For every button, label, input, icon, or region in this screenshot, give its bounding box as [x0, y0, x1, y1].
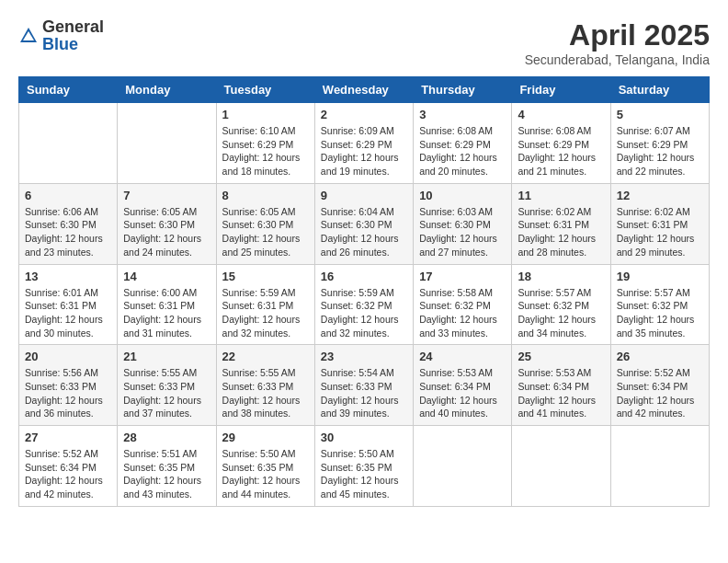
day-number: 27 [25, 431, 111, 444]
daylight: Daylight: 12 hours and 34 minutes. [518, 314, 596, 339]
sunset: Sunset: 6:29 PM [222, 139, 294, 150]
logo-text: General Blue [42, 18, 104, 53]
daylight: Daylight: 12 hours and 39 minutes. [321, 395, 399, 419]
calendar-cell: 27Sunrise: 5:52 AMSunset: 6:34 PMDayligh… [19, 426, 118, 507]
calendar-cell: 8Sunrise: 6:05 AMSunset: 6:30 PMDaylight… [216, 183, 314, 264]
sunrise: Sunrise: 6:06 AM [25, 206, 98, 217]
day-info: Sunrise: 6:07 AMSunset: 6:29 PMDaylight:… [617, 124, 703, 178]
day-number: 30 [321, 431, 407, 444]
sunrise: Sunrise: 6:07 AM [617, 125, 690, 136]
daylight: Daylight: 12 hours and 29 minutes. [617, 233, 695, 258]
calendar-cell: 11Sunrise: 6:02 AMSunset: 6:31 PMDayligh… [512, 183, 610, 264]
sunset: Sunset: 6:29 PM [321, 139, 392, 150]
calendar-week-row: 27Sunrise: 5:52 AMSunset: 6:34 PMDayligh… [19, 426, 710, 507]
day-info: Sunrise: 6:03 AMSunset: 6:30 PMDaylight:… [419, 205, 506, 259]
sunset: Sunset: 6:34 PM [25, 462, 97, 473]
day-number: 14 [123, 270, 210, 283]
weekday-header-tuesday: Tuesday [216, 77, 314, 103]
sunset: Sunset: 6:33 PM [222, 381, 294, 392]
calendar-cell: 13Sunrise: 6:01 AMSunset: 6:31 PMDayligh… [19, 264, 118, 345]
daylight: Daylight: 12 hours and 35 minutes. [617, 314, 695, 339]
daylight: Daylight: 12 hours and 36 minutes. [25, 395, 103, 419]
day-info: Sunrise: 5:50 AMSunset: 6:35 PMDaylight:… [222, 447, 309, 501]
calendar-week-row: 13Sunrise: 6:01 AMSunset: 6:31 PMDayligh… [19, 264, 710, 345]
calendar-cell: 17Sunrise: 5:58 AMSunset: 6:32 PMDayligh… [414, 264, 512, 345]
calendar-cell: 6Sunrise: 6:06 AMSunset: 6:30 PMDaylight… [19, 183, 118, 264]
daylight: Daylight: 12 hours and 19 minutes. [321, 152, 399, 177]
weekday-header-friday: Friday [512, 77, 610, 103]
day-info: Sunrise: 5:57 AMSunset: 6:32 PMDaylight:… [617, 286, 703, 340]
day-number: 17 [419, 270, 506, 283]
sunset: Sunset: 6:31 PM [222, 300, 294, 311]
sunset: Sunset: 6:34 PM [617, 381, 688, 392]
sunrise: Sunrise: 5:57 AM [617, 287, 690, 298]
sunset: Sunset: 6:35 PM [321, 462, 392, 473]
sunrise: Sunrise: 6:04 AM [321, 206, 394, 217]
day-info: Sunrise: 5:55 AMSunset: 6:33 PMDaylight:… [222, 366, 309, 420]
day-number: 22 [222, 350, 309, 363]
daylight: Daylight: 12 hours and 21 minutes. [518, 152, 596, 177]
sunset: Sunset: 6:33 PM [321, 381, 392, 392]
sunrise: Sunrise: 5:50 AM [321, 448, 394, 459]
day-number: 7 [123, 189, 210, 202]
sunrise: Sunrise: 5:51 AM [123, 448, 197, 459]
calendar-week-row: 1Sunrise: 6:10 AMSunset: 6:29 PMDaylight… [19, 103, 710, 184]
calendar-cell: 22Sunrise: 5:55 AMSunset: 6:33 PMDayligh… [216, 345, 314, 426]
daylight: Daylight: 12 hours and 32 minutes. [222, 314, 301, 339]
day-number: 18 [518, 270, 604, 283]
daylight: Daylight: 12 hours and 28 minutes. [518, 233, 596, 258]
sunset: Sunset: 6:30 PM [419, 219, 491, 230]
sunset: Sunset: 6:33 PM [25, 381, 97, 392]
day-info: Sunrise: 5:55 AMSunset: 6:33 PMDaylight:… [123, 366, 210, 420]
day-number: 23 [321, 350, 407, 363]
sunrise: Sunrise: 5:56 AM [25, 367, 98, 378]
calendar-cell: 1Sunrise: 6:10 AMSunset: 6:29 PMDaylight… [216, 103, 314, 184]
calendar-week-row: 6Sunrise: 6:06 AMSunset: 6:30 PMDaylight… [19, 183, 710, 264]
daylight: Daylight: 12 hours and 42 minutes. [617, 395, 695, 419]
daylight: Daylight: 12 hours and 43 minutes. [123, 475, 201, 500]
weekday-header-saturday: Saturday [610, 77, 709, 103]
calendar-cell: 9Sunrise: 6:04 AMSunset: 6:30 PMDaylight… [314, 183, 413, 264]
day-number: 5 [617, 108, 703, 121]
day-info: Sunrise: 5:58 AMSunset: 6:32 PMDaylight:… [419, 286, 506, 340]
calendar-cell [512, 426, 610, 507]
calendar-cell: 18Sunrise: 5:57 AMSunset: 6:32 PMDayligh… [512, 264, 610, 345]
daylight: Daylight: 12 hours and 31 minutes. [123, 314, 201, 339]
sunset: Sunset: 6:30 PM [123, 219, 195, 230]
day-number: 9 [321, 189, 407, 202]
day-info: Sunrise: 5:54 AMSunset: 6:33 PMDaylight:… [321, 366, 407, 420]
weekday-header-wednesday: Wednesday [314, 77, 413, 103]
sunrise: Sunrise: 5:55 AM [123, 367, 197, 378]
sunrise: Sunrise: 6:08 AM [419, 125, 493, 136]
day-number: 29 [222, 431, 309, 444]
weekday-header-monday: Monday [118, 77, 216, 103]
sunset: Sunset: 6:35 PM [123, 462, 195, 473]
daylight: Daylight: 12 hours and 40 minutes. [419, 395, 497, 419]
sunset: Sunset: 6:30 PM [321, 219, 392, 230]
daylight: Daylight: 12 hours and 26 minutes. [321, 233, 399, 258]
sunrise: Sunrise: 5:59 AM [222, 287, 296, 298]
calendar-cell: 29Sunrise: 5:50 AMSunset: 6:35 PMDayligh… [216, 426, 314, 507]
sunrise: Sunrise: 6:08 AM [518, 125, 591, 136]
day-info: Sunrise: 6:02 AMSunset: 6:31 PMDaylight:… [518, 205, 604, 259]
daylight: Daylight: 12 hours and 30 minutes. [25, 314, 103, 339]
daylight: Daylight: 12 hours and 25 minutes. [222, 233, 301, 258]
day-info: Sunrise: 5:50 AMSunset: 6:35 PMDaylight:… [321, 447, 407, 501]
day-info: Sunrise: 5:53 AMSunset: 6:34 PMDaylight:… [419, 366, 506, 420]
sunset: Sunset: 6:35 PM [222, 462, 294, 473]
sunrise: Sunrise: 6:03 AM [419, 206, 493, 217]
calendar: SundayMondayTuesdayWednesdayThursdayFrid… [18, 76, 710, 507]
daylight: Daylight: 12 hours and 37 minutes. [123, 395, 201, 419]
day-info: Sunrise: 6:05 AMSunset: 6:30 PMDaylight:… [123, 205, 210, 259]
sunset: Sunset: 6:31 PM [617, 219, 688, 230]
sunset: Sunset: 6:29 PM [518, 139, 589, 150]
day-info: Sunrise: 5:52 AMSunset: 6:34 PMDaylight:… [617, 366, 703, 420]
sunrise: Sunrise: 6:01 AM [25, 287, 98, 298]
day-info: Sunrise: 6:05 AMSunset: 6:30 PMDaylight:… [222, 205, 309, 259]
day-number: 24 [419, 350, 506, 363]
calendar-cell: 14Sunrise: 6:00 AMSunset: 6:31 PMDayligh… [118, 264, 216, 345]
daylight: Daylight: 12 hours and 45 minutes. [321, 475, 399, 500]
daylight: Daylight: 12 hours and 27 minutes. [419, 233, 497, 258]
day-number: 25 [518, 350, 604, 363]
day-number: 2 [321, 108, 407, 121]
